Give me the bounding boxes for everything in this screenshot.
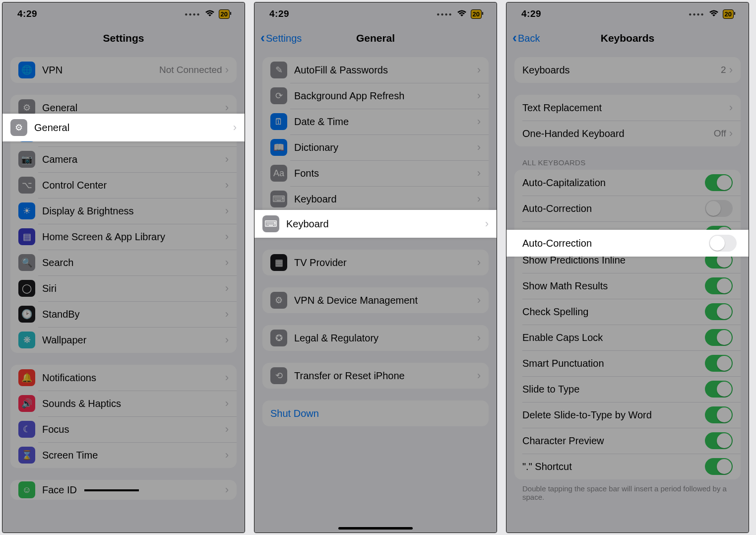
- controlcenter-icon: ⌥: [18, 177, 35, 194]
- toggle-spell[interactable]: [705, 303, 733, 320]
- row-camera[interactable]: 📷Camera›: [10, 146, 237, 172]
- row-standby[interactable]: 🕑StandBy›: [10, 301, 237, 327]
- legal-icon: ✪: [270, 330, 287, 346]
- row-label: Keyboards: [522, 65, 721, 76]
- row-faceid[interactable]: ☺ Face ID ›: [10, 480, 237, 500]
- row-siri[interactable]: ◯Siri›: [10, 275, 237, 301]
- display-icon: ☀: [18, 202, 35, 219]
- toggle-delslide[interactable]: [705, 406, 733, 423]
- row-label: Date & Time: [294, 116, 477, 128]
- wifi-icon: [205, 8, 215, 19]
- row-label: VPN & Device Management: [294, 295, 477, 306]
- row-detail: Not Connected: [159, 65, 222, 75]
- row-wallpaper[interactable]: ❋Wallpaper›: [10, 327, 237, 353]
- row-bgrefresh[interactable]: ⟳Background App Refresh›: [262, 83, 489, 109]
- row-label: Smart Punctuation: [522, 358, 705, 369]
- row-vpnmgmt[interactable]: ⚙VPN & Device Management›: [262, 287, 489, 313]
- row-tvprovider[interactable]: ▦TV Provider›: [262, 250, 489, 275]
- row-homescreen[interactable]: ▤Home Screen & App Library›: [10, 224, 237, 250]
- row-label: General: [42, 102, 225, 114]
- cellular-icon: ●●●●: [689, 11, 704, 17]
- screentime-icon: ⌛: [18, 447, 35, 464]
- toggle-autocorrection[interactable]: [709, 235, 737, 252]
- homescreen-icon: ▤: [18, 228, 35, 245]
- vpn-icon: 🌐: [18, 62, 35, 78]
- status-bar: 4:29 ●●●● 20: [254, 2, 497, 25]
- screen-keyboards: 4:29 ●●●● 20 ‹ Back Keyboards Keyboards …: [506, 2, 749, 533]
- chevron-right-icon: ›: [233, 121, 237, 134]
- row-datetime[interactable]: 🗓Date & Time›: [262, 109, 489, 134]
- highlight-row-autocorrection[interactable]: Auto-Correction: [506, 230, 749, 257]
- toggle-dotshort[interactable]: [705, 458, 733, 475]
- row-label: Auto-Correction: [522, 203, 705, 214]
- row-label: Home Screen & App Library: [42, 231, 225, 243]
- row-spell: Check Spelling: [514, 299, 741, 325]
- toggle-autocap[interactable]: [705, 174, 733, 191]
- focus-icon: ☾: [18, 421, 35, 438]
- back-button[interactable]: ‹ Back: [512, 33, 540, 44]
- cellular-icon: ●●●●: [437, 11, 452, 17]
- row-fonts[interactable]: AaFonts›: [262, 160, 489, 186]
- search-icon: 🔍: [18, 254, 35, 271]
- row-controlcenter[interactable]: ⌥Control Center›: [10, 172, 237, 198]
- keyboard-icon: ⌨: [262, 215, 279, 232]
- screen-general: 4:29 ●●●● 20 ‹ Settings General ✎AutoFil…: [254, 2, 497, 533]
- row-screentime[interactable]: ⌛Screen Time›: [10, 442, 237, 468]
- row-legal[interactable]: ✪Legal & Regulatory›: [262, 325, 489, 351]
- toggle-charprev[interactable]: [705, 432, 733, 449]
- row-label: TV Provider: [294, 257, 477, 268]
- row-autofill[interactable]: ✎AutoFill & Passwords›: [262, 57, 489, 83]
- row-vpn[interactable]: 🌐 VPN Not Connected ›: [10, 57, 237, 83]
- toggle-caps[interactable]: [705, 329, 733, 346]
- wifi-icon: [457, 8, 467, 19]
- row-label: Delete Slide-to-Type by Word: [522, 409, 705, 421]
- row-search[interactable]: 🔍Search›: [10, 250, 237, 275]
- row-label: Text Replacement: [522, 102, 729, 114]
- row-label: Search: [42, 257, 225, 268]
- row-detail: Off: [714, 128, 726, 139]
- row-label: Shut Down: [270, 408, 481, 419]
- toggle-slide[interactable]: [705, 381, 733, 398]
- row-dictionary[interactable]: 📖Dictionary›: [262, 134, 489, 160]
- row-shutdown[interactable]: Shut Down: [262, 401, 489, 426]
- page-title: Settings: [103, 32, 144, 44]
- row-label: Sounds & Haptics: [42, 398, 225, 409]
- status-time: 4:29: [269, 8, 289, 19]
- row-delslide: Delete Slide-to-Type by Word: [514, 402, 741, 428]
- toggle-punct[interactable]: [705, 355, 733, 372]
- row-label: Screen Time: [42, 450, 225, 461]
- row-label: Slide to Type: [522, 384, 705, 395]
- row-label: Auto-Capitalization: [522, 177, 705, 189]
- nav-header: ‹ Settings General: [254, 25, 497, 51]
- toggle-math[interactable]: [705, 277, 733, 294]
- fonts-icon: Aa: [270, 165, 287, 182]
- home-indicator[interactable]: [338, 527, 413, 530]
- row-onehanded[interactable]: One-Handed KeyboardOff›: [514, 121, 741, 146]
- back-button[interactable]: ‹ Settings: [260, 33, 302, 44]
- status-bar: 4:29 ●●●● 20: [2, 2, 245, 25]
- row-textreplace[interactable]: Text Replacement›: [514, 95, 741, 121]
- row-display[interactable]: ☀Display & Brightness›: [10, 198, 237, 224]
- highlight-row-general[interactable]: ⚙ General ›: [2, 114, 245, 141]
- autofill-icon: ✎: [270, 62, 287, 78]
- row-detail: 2: [721, 65, 726, 75]
- row-keyboard[interactable]: ⌨Keyboard›: [262, 186, 489, 212]
- row-math: Show Math Results: [514, 273, 741, 299]
- row-label: Auto-Correction: [522, 238, 709, 249]
- page-title: Keyboards: [601, 32, 655, 44]
- battery-icon: 20: [723, 9, 734, 19]
- datetime-icon: 🗓: [270, 113, 287, 130]
- row-focus[interactable]: ☾Focus›: [10, 416, 237, 442]
- toggle-autocorr[interactable]: [705, 200, 733, 217]
- highlight-row-keyboard[interactable]: ⌨ Keyboard ›: [254, 210, 497, 238]
- section-header: ALL KEYBOARDS: [522, 158, 733, 167]
- row-keyboards-count[interactable]: Keyboards 2 ›: [514, 57, 741, 83]
- status-time: 4:29: [521, 8, 541, 19]
- row-notifications[interactable]: 🔔Notifications›: [10, 365, 237, 391]
- row-sounds[interactable]: 🔊Sounds & Haptics›: [10, 391, 237, 416]
- row-label: Display & Brightness: [42, 205, 225, 217]
- row-label: Focus: [42, 424, 225, 435]
- row-label: Keyboard: [286, 218, 485, 230]
- row-reset[interactable]: ⟲Transfer or Reset iPhone›: [262, 363, 489, 389]
- row-label: Keyboard: [294, 194, 477, 205]
